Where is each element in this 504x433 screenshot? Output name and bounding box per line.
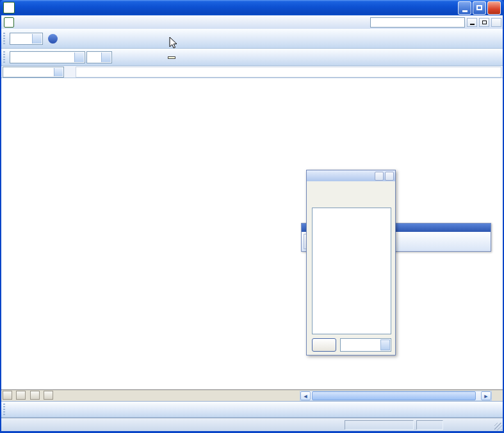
scroll-left-button[interactable]: ◀ <box>300 391 311 400</box>
pivot-field-list-window <box>306 170 396 355</box>
sheet-tab-bar: ◀ ▶ <box>1 389 503 401</box>
chevron-down-icon <box>54 68 63 76</box>
menu-bar <box>1 15 503 29</box>
toolbar-grip[interactable] <box>3 33 5 44</box>
status-sum <box>345 420 414 430</box>
zoom-combo[interactable] <box>10 33 43 45</box>
chevron-down-icon <box>380 339 390 350</box>
chevron-down-icon <box>32 34 42 44</box>
mouse-cursor <box>169 37 177 49</box>
toolbar-grip[interactable] <box>3 51 5 63</box>
close-icon[interactable] <box>385 172 394 181</box>
tab-scroll-first-button[interactable] <box>3 391 12 400</box>
field-list <box>312 208 391 334</box>
close-button[interactable] <box>487 1 501 15</box>
tooltip <box>168 56 175 59</box>
resize-grip[interactable] <box>494 423 502 430</box>
autoshape-menu-button[interactable] <box>22 402 35 416</box>
font-name-combo[interactable] <box>10 51 85 63</box>
name-box[interactable] <box>3 67 64 78</box>
maximize-button[interactable] <box>473 1 486 15</box>
excel-app-icon <box>3 2 15 13</box>
font-size-combo[interactable] <box>86 51 112 63</box>
question-box[interactable] <box>370 17 465 28</box>
horizontal-scroll-thumb[interactable] <box>312 391 476 400</box>
scroll-right-button[interactable]: ▶ <box>481 391 491 400</box>
drawing-toolbar <box>1 401 503 418</box>
formula-content[interactable] <box>76 67 501 78</box>
tab-scroll-next-button[interactable] <box>30 391 40 400</box>
workbook-icon <box>4 17 14 28</box>
formula-bar <box>1 66 503 78</box>
shape-adjust-menu-button[interactable] <box>8 402 22 416</box>
standard-toolbar <box>1 29 503 49</box>
field-list-title-bar[interactable] <box>307 170 395 181</box>
chevron-down-icon <box>101 53 111 62</box>
help-icon <box>48 34 58 44</box>
window-close-button[interactable] <box>491 18 501 27</box>
window-minimize-button[interactable] <box>467 18 477 27</box>
minimize-button[interactable] <box>458 1 471 15</box>
tab-scroll-prev-button[interactable] <box>16 391 26 400</box>
tab-scroll-last-button[interactable] <box>44 391 53 400</box>
chevron-down-icon <box>74 53 84 62</box>
chevron-down-icon[interactable] <box>375 172 384 181</box>
help-button[interactable] <box>45 31 60 45</box>
horizontal-scrollbar[interactable]: ◀ ▶ <box>300 391 492 401</box>
area-selector-combo[interactable] <box>340 338 391 352</box>
window-restore-button[interactable] <box>479 18 489 27</box>
formatting-toolbar <box>1 49 503 66</box>
status-bar <box>1 418 503 431</box>
title-bar <box>0 0 504 15</box>
add-field-button[interactable] <box>312 338 336 352</box>
toolbar-grip[interactable] <box>3 404 5 415</box>
status-numlock <box>416 420 443 430</box>
